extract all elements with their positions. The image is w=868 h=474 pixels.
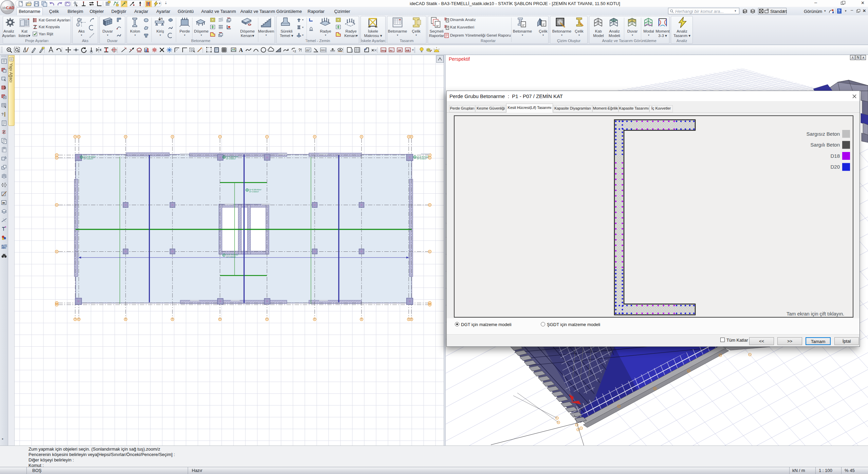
svg-text:mm²: mm² — [321, 49, 326, 51]
svg-text:G= 3 kN/m²: G= 3 kN/m² — [249, 191, 259, 193]
svg-text:CAD: CAD — [6, 6, 14, 10]
svg-text:Sargısız Beton: Sargısız Beton — [807, 131, 840, 137]
svg-text:12: 12 — [145, 47, 148, 49]
svg-text:N: N — [161, 17, 163, 20]
svg-text:D18: D18 — [830, 153, 840, 159]
svg-text:1: 1 — [77, 23, 79, 26]
svg-text:IK: IK — [2, 201, 6, 205]
svg-text:G= 3 kN/m²: G= 3 kN/m² — [417, 158, 426, 160]
svg-text:A: A — [78, 19, 80, 22]
svg-text:AUTO: AUTO — [1, 244, 7, 247]
svg-text:G= 3 kN/m²: G= 3 kN/m² — [84, 158, 93, 160]
svg-text:?: ? — [315, 49, 317, 52]
svg-text:?: ? — [1, 112, 3, 116]
svg-text:3R: 3R — [398, 49, 401, 52]
svg-text:kxy: kxy — [382, 49, 386, 52]
svg-text:+2: +2 — [293, 50, 296, 53]
svg-text:m²: m² — [306, 49, 310, 52]
svg-text:D20: D20 — [830, 164, 840, 170]
svg-text:Tam ekran için çift tıklayın.: Tam ekran için çift tıklayın. — [787, 311, 844, 317]
svg-text:kB: kB — [406, 49, 409, 52]
svg-text:ABC: ABC — [1, 247, 6, 249]
svg-text:?!: ?! — [298, 48, 302, 53]
svg-text:A: A — [239, 47, 243, 53]
svg-text:kz: kz — [390, 49, 392, 52]
svg-text:G= 3 kN/m²: G= 3 kN/m² — [226, 158, 236, 160]
svg-text:Sargılı Beton: Sargılı Beton — [810, 142, 840, 148]
